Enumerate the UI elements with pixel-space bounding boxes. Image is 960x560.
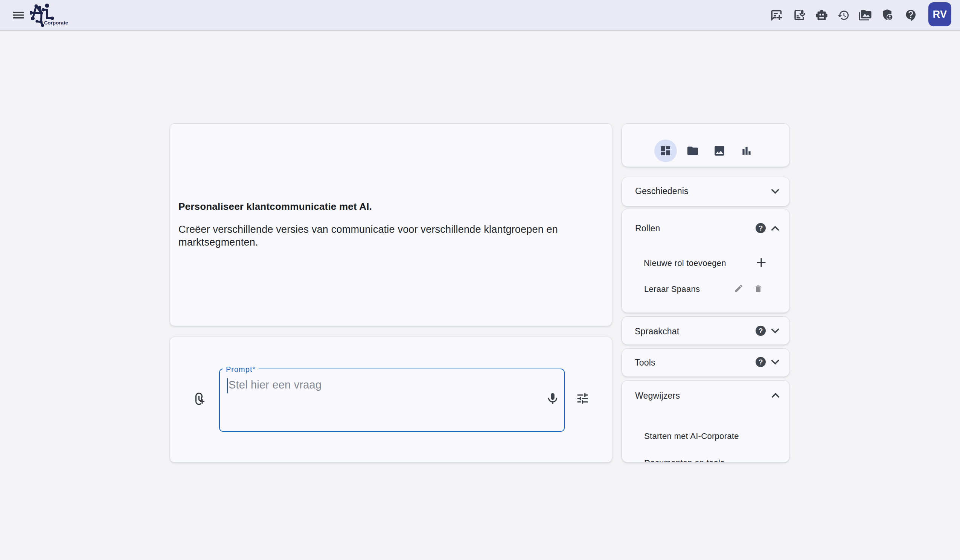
svg-text:Corporate: Corporate bbox=[44, 20, 68, 26]
